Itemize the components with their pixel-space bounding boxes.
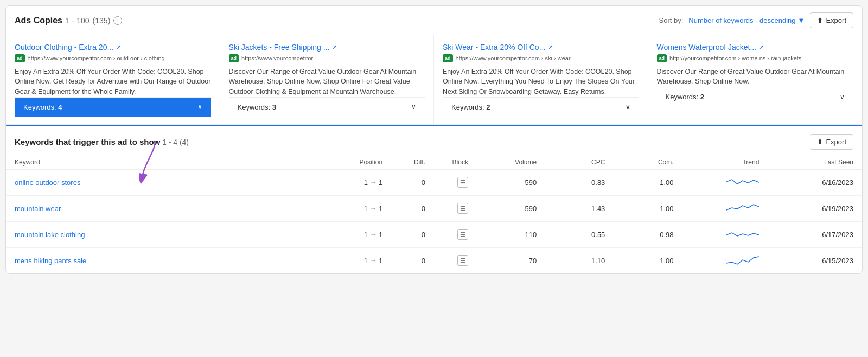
ads-grid: Outdoor Clothing - Extra 20... ↗ ad http…	[6, 35, 862, 125]
ad-title-1[interactable]: Outdoor Clothing - Extra 20... ↗	[15, 43, 211, 52]
count-range: 1 - 100	[66, 16, 90, 25]
col-volume[interactable]: Volume	[477, 155, 545, 170]
kw-cell-diff: 0	[391, 195, 434, 221]
ad-badge-3: ad	[443, 54, 453, 62]
ad-url-row-2: ad https://www.yourcompetitor	[229, 54, 425, 62]
block-icon[interactable]: ☰	[457, 229, 468, 240]
kw-cell-trend	[682, 247, 768, 273]
arrow-right-icon: →	[370, 205, 376, 212]
keywords-export-label: Export	[826, 138, 846, 146]
block-icon[interactable]: ☰	[457, 255, 468, 266]
ad-title-2[interactable]: Ski Jackets - Free Shipping ... ↗	[229, 43, 425, 52]
trend-sparkline	[726, 201, 759, 216]
kw-cell-last-seen: 6/19/2023	[768, 195, 862, 221]
chevron-down-icon-2: ∨	[411, 103, 416, 111]
kw-cell-last-seen: 6/16/2023	[768, 169, 862, 195]
external-link-icon-3[interactable]: ↗	[548, 44, 553, 51]
ad-title-4[interactable]: Womens Waterproof Jacket... ↗	[657, 43, 854, 52]
kw-cell-diff: 0	[391, 247, 434, 273]
keywords-section: Keywords that trigger this ad to show 1 …	[6, 125, 862, 273]
ad-badge-4: ad	[657, 54, 667, 62]
col-cpc[interactable]: CPC	[545, 155, 614, 170]
kw-cell-last-seen: 6/17/2023	[768, 221, 862, 247]
col-com[interactable]: Com.	[614, 155, 682, 170]
kw-cell-keyword: mountain lake clothing	[6, 221, 305, 247]
col-diff[interactable]: Diff.	[391, 155, 434, 170]
keywords-count-2: 3	[272, 103, 276, 111]
col-position[interactable]: Position	[305, 155, 391, 170]
external-link-icon-2[interactable]: ↗	[332, 44, 337, 51]
count-total: (135)	[93, 16, 111, 25]
sort-dropdown[interactable]: Number of keywords - descending ▼	[688, 16, 805, 24]
keyword-link[interactable]: mountain wear	[15, 205, 61, 213]
keywords-bar-2[interactable]: Keywords: 3 ∨	[229, 97, 425, 117]
col-trend: Trend	[682, 155, 768, 170]
pos-to: 1	[379, 257, 382, 265]
kw-cell-cpc: 0.55	[545, 221, 614, 247]
arrow-right-icon: →	[370, 178, 376, 186]
keyword-link[interactable]: mens hiking pants sale	[15, 257, 86, 265]
external-link-icon-4[interactable]: ↗	[759, 44, 764, 51]
export-button[interactable]: ⬆ Export	[810, 12, 853, 28]
table-row: mountain wear 1 → 1 0 ☰ 590 1.43 1.00 6/…	[6, 195, 862, 221]
trend-sparkline	[726, 175, 759, 190]
ad-url-row-4: ad http://yourcompetitor.com › wome ns ›…	[657, 54, 854, 62]
keywords-export-button[interactable]: ⬆ Export	[810, 134, 853, 150]
keywords-bar-1[interactable]: Keywords: 4 ∧	[15, 97, 211, 117]
kw-cell-last-seen: 6/15/2023	[768, 247, 862, 273]
pos-to: 1	[379, 231, 382, 239]
ad-url-row-3: ad https://www.yourcompetitor.com › ski …	[443, 54, 639, 62]
col-last-seen[interactable]: Last Seen	[768, 155, 862, 170]
pos-to: 1	[379, 205, 382, 213]
keywords-count-3: 2	[486, 103, 490, 111]
ad-card-4: Womens Waterproof Jacket... ↗ ad http://…	[648, 35, 863, 124]
keywords-section-title: Keywords that trigger this ad to show	[15, 137, 160, 146]
keywords-count-4: 2	[700, 93, 704, 101]
section-title: Ads Copies	[15, 16, 62, 25]
kw-cell-cpc: 0.83	[545, 169, 614, 195]
arrow-right-icon: →	[370, 257, 376, 264]
kw-cell-volume: 110	[477, 221, 545, 247]
ad-badge-2: ad	[229, 54, 239, 62]
ad-url-row-1: ad https://www.yourcompetitor.com › outd…	[15, 54, 211, 62]
chevron-up-icon-1: ∧	[197, 103, 202, 111]
kw-cell-position: 1 → 1	[305, 247, 391, 273]
kw-cell-diff: 0	[391, 169, 434, 195]
keyword-link[interactable]: mountain lake clothing	[15, 231, 85, 239]
keywords-section-title-group: Keywords that trigger this ad to show 1 …	[15, 137, 189, 146]
kw-cell-diff: 0	[391, 221, 434, 247]
pos-from: 1	[364, 205, 368, 213]
sort-value: Number of keywords - descending	[688, 16, 795, 24]
external-link-icon-1[interactable]: ↗	[116, 44, 121, 51]
kw-cell-com: 0.98	[614, 221, 682, 247]
ad-body-3: Enjoy An Extra 20% Off Your Order With C…	[443, 67, 639, 97]
kw-cell-trend	[682, 169, 768, 195]
kw-cell-trend	[682, 221, 768, 247]
ad-title-3[interactable]: Ski Wear - Extra 20% Off Co... ↗	[443, 43, 639, 52]
keywords-bar-4[interactable]: Keywords: 2 ∨	[657, 87, 854, 106]
table-header-row: Keyword Position Diff. Block Volume CPC …	[6, 155, 862, 170]
keywords-bar-3[interactable]: Keywords: 2 ∨	[443, 97, 639, 117]
kw-cell-keyword: mountain wear	[6, 195, 305, 221]
kw-cell-block: ☰	[434, 221, 477, 247]
block-icon[interactable]: ☰	[457, 203, 468, 214]
keywords-label-3: Keywords: 2	[451, 103, 490, 111]
keyword-link[interactable]: online outdoor stores	[15, 178, 80, 187]
info-icon[interactable]: i	[113, 16, 122, 25]
chevron-down-icon-4: ∨	[840, 93, 845, 101]
ad-badge-1: ad	[15, 54, 25, 62]
table-row: online outdoor stores 1 → 1 0 ☰ 590 0.83…	[6, 169, 862, 195]
block-icon[interactable]: ☰	[457, 177, 468, 188]
kw-cell-cpc: 1.43	[545, 195, 614, 221]
keywords-label-4: Keywords: 2	[666, 93, 705, 101]
kw-cell-block: ☰	[434, 195, 477, 221]
kw-cell-position: 1 → 1	[305, 221, 391, 247]
kw-cell-block: ☰	[434, 247, 477, 273]
keywords-section-header: Keywords that trigger this ad to show 1 …	[6, 126, 862, 155]
keywords-label-1: Keywords: 4	[23, 103, 62, 111]
kw-cell-trend	[682, 195, 768, 221]
export-icon: ⬆	[817, 16, 823, 24]
header-left: Ads Copies 1 - 100 (135) i	[15, 16, 122, 25]
chevron-down-icon: ▼	[798, 16, 805, 24]
kw-cell-com: 1.00	[614, 195, 682, 221]
